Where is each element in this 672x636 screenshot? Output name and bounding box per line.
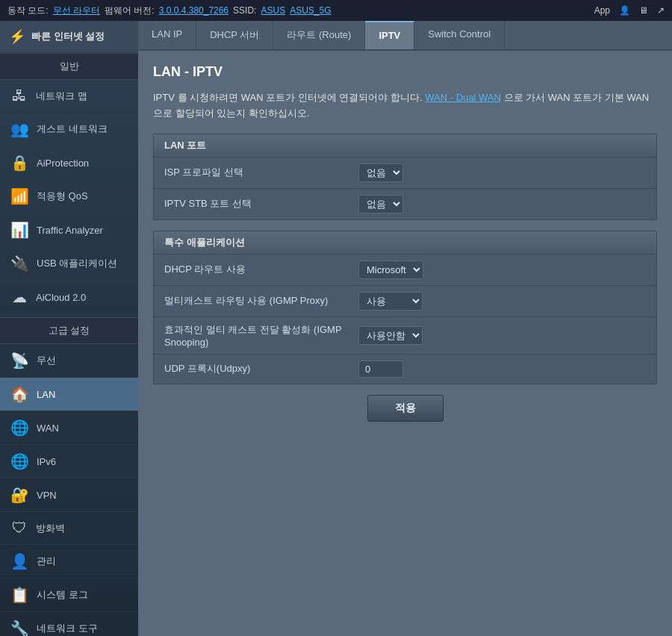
- isp-profile-row: ISP 프로파일 선택 없음: [154, 158, 656, 189]
- dhcp-route-row: DHCP 라우트 사용 Microsoft없음: [154, 255, 656, 286]
- isp-profile-label: ISP 프로파일 선택: [164, 166, 358, 179]
- traffic-analyzer-icon: 📊: [10, 221, 29, 239]
- mode-value[interactable]: 무선 라우터: [53, 4, 100, 17]
- sidebar-item-aiprotection[interactable]: 🔒 AiProtection: [0, 146, 138, 180]
- sidebar-item-traffic-analyzer[interactable]: 📊 Traffic Analyzer: [0, 213, 138, 247]
- sidebar-item-wireless[interactable]: 📡 무선: [0, 344, 138, 378]
- tab-lan-ip[interactable]: LAN IP: [138, 21, 196, 49]
- sidebar-item-network-map[interactable]: 🖧 네트워크 맵: [0, 80, 138, 113]
- sidebar-item-ipv6[interactable]: 🌐 IPv6: [0, 445, 138, 478]
- iptv-stb-select[interactable]: 없음: [358, 195, 403, 213]
- sidebar-item-quick-setup[interactable]: ⚡ 빠른 인터넷 설정: [0, 21, 138, 53]
- sidebar-item-label: 무선: [37, 354, 56, 367]
- vpn-icon: 🔐: [10, 486, 29, 504]
- description-text1: IPTV 를 시청하려면 WAN 포트가 인터넷에 연결되어야 합니다.: [153, 92, 423, 103]
- quick-setup-icon: ⚡: [9, 28, 25, 45]
- page-description: IPTV 를 시청하려면 WAN 포트가 인터넷에 연결되어야 합니다. WAN…: [153, 90, 657, 122]
- ssid2[interactable]: ASUS_5G: [290, 5, 331, 16]
- apply-button[interactable]: 적용: [367, 395, 444, 422]
- dhcp-route-label: DHCP 라우트 사용: [164, 263, 358, 276]
- isp-profile-control: 없음: [358, 163, 403, 182]
- network-tools-icon: 🔧: [10, 620, 29, 636]
- sidebar-item-admin[interactable]: 👤 관리: [0, 545, 138, 579]
- top-bar: 동작 모드: 무선 라우터 펌웨어 버전: 3.0.0.4.380_7266 S…: [0, 0, 672, 21]
- sidebar-item-label: 네트워크 맵: [36, 90, 87, 103]
- sidebar-item-label: USB 애플리케이션: [37, 257, 117, 270]
- sidebar-item-wan[interactable]: 🌐 WAN: [0, 411, 138, 445]
- monitor-icon[interactable]: 🖥: [639, 5, 648, 16]
- share-icon[interactable]: ↗: [657, 5, 665, 16]
- sidebar-item-label: Traffic Analyzer: [37, 225, 103, 236]
- tab-switch-control[interactable]: Switch Control: [414, 21, 505, 49]
- dhcp-route-select[interactable]: Microsoft없음: [358, 261, 423, 279]
- iptv-stb-control: 없음: [358, 195, 403, 213]
- user-icon[interactable]: 👤: [619, 5, 630, 16]
- sidebar-item-adaptive-qos[interactable]: 📶 적응형 QoS: [0, 180, 138, 213]
- sidebar-section-general: 일반: [0, 53, 138, 80]
- aicloud-icon: ☁: [10, 288, 28, 306]
- multicast-routing-control: 사용사용안함: [358, 292, 423, 311]
- layout: ⚡ 빠른 인터넷 설정 일반 🖧 네트워크 맵 👥 게스트 네트워크 🔒 AiP…: [0, 21, 672, 636]
- app-label[interactable]: App: [594, 5, 610, 16]
- sidebar-item-label: IPv6: [37, 456, 56, 467]
- network-map-icon: 🖧: [10, 87, 28, 105]
- wireless-icon: 📡: [10, 352, 29, 370]
- isp-profile-select[interactable]: 없음: [358, 163, 403, 182]
- tab-iptv[interactable]: IPTV: [365, 21, 414, 49]
- udp-proxy-input[interactable]: [358, 361, 403, 378]
- iptv-stb-row: IPTV STB 포트 선택 없음: [154, 189, 656, 219]
- udp-proxy-control: [358, 361, 403, 378]
- firmware-version[interactable]: 3.0.0.4.380_7266: [159, 5, 228, 16]
- sidebar-section-advanced: 고급 설정: [0, 317, 138, 344]
- sidebar-item-label: 빠른 인터넷 설정: [31, 30, 105, 43]
- syslog-icon: 📋: [10, 586, 29, 604]
- sidebar-item-firewall[interactable]: 🛡 방화벽: [0, 512, 138, 545]
- sidebar-item-label: LAN: [37, 389, 55, 400]
- usb-app-icon: 🔌: [10, 255, 29, 272]
- adaptive-qos-icon: 📶: [10, 187, 29, 205]
- ssid-label: SSID:: [233, 5, 256, 16]
- lan-port-section-header: LAN 포트: [154, 134, 656, 158]
- tab-route[interactable]: 라우트 (Route): [273, 21, 365, 49]
- ssid1[interactable]: ASUS: [261, 5, 285, 16]
- aiprotection-icon: 🔒: [10, 154, 29, 172]
- sidebar-item-label: WAN: [37, 423, 59, 434]
- multicast-routing-select[interactable]: 사용사용안함: [358, 292, 423, 311]
- tab-dhcp[interactable]: DHCP 서버: [196, 21, 273, 49]
- content-area: LAN - IPTV IPTV 를 시청하려면 WAN 포트가 인터넷에 연결되…: [138, 51, 672, 636]
- lan-icon: 🏠: [10, 385, 29, 403]
- sidebar-item-label: 시스템 로그: [37, 588, 88, 602]
- top-bar-status: 동작 모드: 무선 라우터 펌웨어 버전: 3.0.0.4.380_7266 S…: [7, 4, 332, 17]
- tab-bar: LAN IP DHCP 서버 라우트 (Route) IPTV Switch C…: [138, 21, 672, 51]
- wan-icon: 🌐: [10, 419, 29, 437]
- top-bar-actions: App 👤 🖥 ↗: [594, 5, 665, 16]
- igmp-snooping-select[interactable]: 사용안함사용: [358, 326, 423, 345]
- multicast-routing-row: 멀티캐스트 라우팅 사용 (IGMP Proxy) 사용사용안함: [154, 286, 656, 317]
- igmp-snooping-label: 효과적인 멀티 캐스트 전달 활성화 (IGMP Snooping): [164, 323, 358, 348]
- dhcp-route-control: Microsoft없음: [358, 261, 423, 279]
- special-app-section: 특수 애플리케이션 DHCP 라우트 사용 Microsoft없음 멀티캐스트 …: [153, 231, 657, 384]
- sidebar-item-label: AiProtection: [37, 158, 89, 169]
- multicast-routing-label: 멀티캐스트 라우팅 사용 (IGMP Proxy): [164, 294, 358, 308]
- dual-wan-link[interactable]: WAN - Dual WAN: [425, 92, 501, 103]
- sidebar-item-syslog[interactable]: 📋 시스템 로그: [0, 579, 138, 612]
- sidebar-item-label: 관리: [37, 555, 56, 568]
- sidebar-item-label: AiCloud 2.0: [36, 292, 86, 303]
- guest-network-icon: 👥: [10, 120, 29, 138]
- udp-proxy-row: UDP 프록시(Udpxy): [154, 355, 656, 384]
- sidebar-item-usb-app[interactable]: 🔌 USB 애플리케이션: [0, 247, 138, 281]
- sidebar-item-vpn[interactable]: 🔐 VPN: [0, 478, 138, 512]
- iptv-stb-label: IPTV STB 포트 선택: [164, 197, 358, 211]
- ipv6-icon: 🌐: [10, 452, 29, 470]
- sidebar: ⚡ 빠른 인터넷 설정 일반 🖧 네트워크 맵 👥 게스트 네트워크 🔒 AiP…: [0, 21, 138, 636]
- page-title: LAN - IPTV: [153, 64, 657, 80]
- sidebar-item-label: VPN: [37, 490, 57, 501]
- lan-port-section: LAN 포트 ISP 프로파일 선택 없음 IPTV STB 포트 선택 없음: [153, 134, 657, 220]
- sidebar-item-aicloud[interactable]: ☁ AiCloud 2.0: [0, 281, 138, 314]
- sidebar-item-label: 네트워크 도구: [37, 622, 98, 635]
- firmware-label: 펌웨어 버전:: [105, 4, 155, 17]
- sidebar-item-network-tools[interactable]: 🔧 네트워크 도구: [0, 612, 138, 636]
- sidebar-item-lan[interactable]: 🏠 LAN: [0, 378, 138, 411]
- sidebar-item-guest-network[interactable]: 👥 게스트 네트워크: [0, 113, 138, 146]
- igmp-snooping-control: 사용안함사용: [358, 326, 423, 345]
